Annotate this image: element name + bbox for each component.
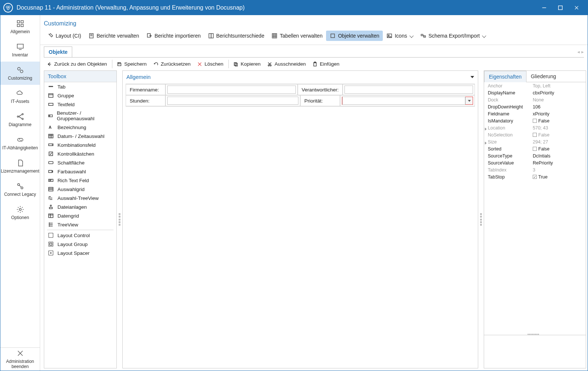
ribbon-berichte-verwalten[interactable]: Berichte verwalten: [85, 31, 143, 41]
toolbox-item[interactable]: Kombinationsfeld: [44, 141, 116, 149]
maximize-button[interactable]: [552, 0, 568, 15]
sidebar-item-allgemein[interactable]: Allgemein: [0, 15, 40, 38]
input-verantwortlicher[interactable]: [344, 86, 473, 94]
svg-line-19: [18, 117, 22, 119]
paste-icon: [312, 62, 318, 67]
property-value[interactable]: xPriority: [531, 111, 586, 117]
save-button[interactable]: Speichern: [112, 60, 150, 68]
delete-button[interactable]: Löschen: [194, 60, 226, 68]
toolbox-item[interactable]: Tab: [44, 82, 116, 91]
properties-description: [484, 335, 586, 368]
svg-rect-30: [209, 34, 211, 38]
property-name: Fieldname: [484, 111, 531, 117]
ribbon-icons[interactable]: Icons: [383, 31, 416, 41]
toolbox-item[interactable]: Kontrollkästchen: [44, 149, 116, 158]
splitter-left[interactable]: [118, 70, 121, 368]
sidebar-item-customizing[interactable]: Customizing: [0, 62, 40, 85]
back-button[interactable]: Zurück zu den Objekten: [44, 60, 110, 68]
toolbox-item[interactable]: Layout Group: [44, 240, 116, 249]
cut-button[interactable]: Ausschneiden: [264, 60, 309, 68]
close-window-button[interactable]: [568, 0, 585, 15]
sidebar-item-connect[interactable]: Connect Legacy: [0, 178, 40, 201]
titlebar: Docusnap 11 - Administration (Verwaltung…: [0, 0, 588, 15]
sidebar-item-optionen[interactable]: Optionen: [0, 201, 40, 224]
property-row[interactable]: DisplayNamecbxPriority: [484, 89, 586, 96]
minimize-button[interactable]: [536, 0, 552, 15]
tab-objekte[interactable]: Objekte: [44, 46, 72, 57]
combo-prioritaet-input[interactable]: [342, 97, 465, 105]
reset-button[interactable]: Zurücksetzen: [150, 60, 193, 68]
toolbox-item[interactable]: Farbauswahl: [44, 167, 116, 176]
toolbox-item-icon: [48, 142, 54, 148]
toolbox-item-label: Farbauswahl: [57, 169, 86, 174]
toolbox-item[interactable]: Auswahl-TreeView: [44, 194, 116, 202]
sidebar-item-label: beenden: [11, 364, 29, 369]
sidebar-item-it-abh[interactable]: IT-Abhängigkeiten: [0, 131, 40, 155]
tab-gliederung[interactable]: Gliederung: [526, 71, 561, 82]
copy-button[interactable]: Kopieren: [228, 60, 263, 68]
sidebar-item-label: Inventar: [12, 52, 28, 58]
checkbox-icon[interactable]: [533, 119, 537, 123]
close-icon: [16, 349, 24, 357]
toolbox-item[interactable]: Datengrid: [44, 211, 116, 220]
toolbox-item[interactable]: Textfeld: [44, 100, 116, 109]
toolbox-item-icon: [48, 101, 54, 107]
property-row[interactable]: DropDownHeight106: [484, 103, 586, 110]
ribbon-objekte-verwalten[interactable]: Objekte verwalten: [326, 31, 383, 41]
input-stunden[interactable]: [167, 97, 298, 105]
svg-rect-62: [49, 134, 53, 138]
combo-prioritaet-dropdown-button[interactable]: [465, 97, 473, 104]
toolbox-item[interactable]: Rich Text Feld: [44, 176, 116, 185]
grid-icon: [16, 20, 24, 28]
collapse-caret-icon[interactable]: [470, 76, 474, 78]
toolbox-item[interactable]: Layout Spacer: [44, 249, 116, 257]
property-row[interactable]: FieldnamexPriority: [484, 110, 586, 117]
property-value[interactable]: False: [531, 146, 586, 152]
toolbox-item-label: Bezeichnung: [57, 125, 86, 130]
tab-eigenschaften[interactable]: Eigenschaften: [484, 71, 526, 82]
sidebar-item-lizenz[interactable]: Lizenzmanagement: [0, 155, 40, 178]
property-value[interactable]: cbxPriority: [531, 90, 586, 96]
sidebar-item-exit[interactable]: Administration beenden: [0, 347, 40, 371]
gears-icon: [16, 66, 24, 74]
paste-button[interactable]: Einfügen: [309, 60, 342, 68]
toolbox-item[interactable]: TreeView: [44, 220, 116, 229]
ribbon-berichtsunterschiede[interactable]: Berichtsunterschiede: [204, 31, 268, 41]
property-value[interactable]: RePriority: [531, 160, 586, 166]
toolbox-item[interactable]: Benutzer- / Gruppenauswahl: [44, 109, 116, 123]
checkbox-icon[interactable]: [533, 147, 537, 151]
sidebar-item-diagramme[interactable]: Diagramme: [0, 108, 40, 131]
toolbox-item[interactable]: Gruppe: [44, 91, 116, 100]
ribbon-layout-ci[interactable]: Layout (CI): [44, 31, 85, 41]
splitter-right[interactable]: [480, 70, 482, 368]
property-row[interactable]: IsMandatoryFalse: [484, 117, 586, 124]
property-row[interactable]: SourceTypeDcIntials: [484, 152, 586, 159]
input-firmenname[interactable]: [167, 86, 296, 94]
sidebar-item-it-assets[interactable]: IT-Assets: [0, 85, 40, 108]
ribbon-schema[interactable]: Schema Export/Import: [417, 31, 489, 41]
ribbon-berichte-import[interactable]: Berichte importieren: [143, 31, 204, 41]
toolbox-item[interactable]: Schaltfläche: [44, 158, 116, 167]
property-row[interactable]: SourceValueRePriority: [484, 159, 586, 166]
property-value[interactable]: False: [531, 118, 586, 124]
svg-rect-69: [49, 170, 52, 173]
tab-nav-arrows[interactable]: ◂ ▸: [577, 49, 584, 55]
ribbon-tabellen-verwalten[interactable]: Tabellen verwalten: [268, 31, 326, 41]
ribbon-label: Tabellen verwalten: [280, 33, 322, 39]
property-value[interactable]: 106: [531, 104, 586, 110]
toolbox-item[interactable]: Layout Control: [44, 231, 116, 240]
property-row[interactable]: SortedFalse: [484, 145, 586, 152]
toolbox-item[interactable]: Auswahlgrid: [44, 185, 116, 194]
property-value[interactable]: ✓True: [531, 174, 586, 180]
ribbon-label: Layout (CI): [56, 33, 81, 39]
property-row[interactable]: TabStop✓True: [484, 173, 586, 180]
property-value[interactable]: DcIntials: [531, 153, 586, 159]
checkbox-icon[interactable]: ✓: [533, 175, 537, 179]
resize-handle-icon[interactable]: [528, 334, 542, 336]
svg-rect-82: [49, 214, 53, 218]
toolbox-item[interactable]: Datum- / Zeitauswahl: [44, 132, 116, 141]
sidebar-item-inventar[interactable]: Inventar: [0, 38, 40, 62]
toolbox-item[interactable]: Dateianlagen: [44, 202, 116, 211]
toolbox-item[interactable]: ABezeichnung: [44, 123, 116, 132]
combo-prioritaet[interactable]: [342, 97, 473, 105]
